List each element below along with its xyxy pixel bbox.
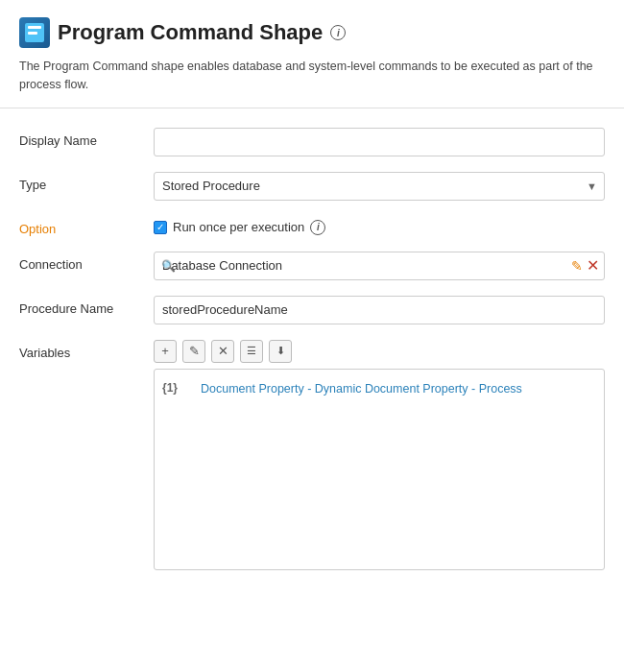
connection-row: Connection 🔍 ✎ ✕ xyxy=(19,252,605,280)
connection-input[interactable] xyxy=(154,252,605,280)
header-info-icon[interactable]: i xyxy=(330,25,346,40)
procedure-name-wrap xyxy=(154,296,605,324)
run-once-label: Run once per execution xyxy=(173,220,304,234)
procedure-name-row: Procedure Name xyxy=(19,296,605,324)
variables-list: {1} Document Property - Dynamic Document… xyxy=(154,369,605,570)
form-section: Display Name Type Stored Procedure Datab… xyxy=(0,108,624,605)
display-name-row: Display Name xyxy=(19,128,605,156)
connection-input-wrap: 🔍 ✎ ✕ xyxy=(154,252,605,280)
connection-clear-icon[interactable]: ✕ xyxy=(587,258,599,274)
variables-label: Variables xyxy=(19,340,154,360)
page-title: Program Command Shape xyxy=(58,20,323,45)
variables-move-up-button[interactable]: ☰ xyxy=(240,340,263,363)
variables-edit-button[interactable]: ✎ xyxy=(182,340,205,363)
search-icon: 🔍 xyxy=(161,259,176,273)
variables-wrap: + ✎ ✕ ☰ ⬇ {1} Document Property - Dynami… xyxy=(154,340,605,570)
connection-wrap: 🔍 ✎ ✕ xyxy=(154,252,605,280)
connection-label: Connection xyxy=(19,252,154,272)
display-name-wrap xyxy=(154,128,605,156)
type-row: Type Stored Procedure Database Statement… xyxy=(19,172,605,201)
connection-actions: ✎ ✕ xyxy=(571,258,599,274)
variables-row: Variables + ✎ ✕ ☰ ⬇ {1} Document Propert… xyxy=(19,340,605,570)
run-once-checkbox[interactable] xyxy=(154,221,167,234)
option-row: Option Run once per execution i xyxy=(19,216,605,236)
header-section: Program Command Shape i The Program Comm… xyxy=(0,0,624,108)
variables-move-down-button[interactable]: ⬇ xyxy=(269,340,292,363)
variables-add-button[interactable]: + xyxy=(154,340,177,363)
procedure-name-input[interactable] xyxy=(154,296,605,324)
display-name-input[interactable] xyxy=(154,128,605,156)
type-select[interactable]: Stored Procedure Database Statement Syst… xyxy=(154,172,605,201)
type-label: Type xyxy=(19,172,154,192)
display-name-label: Display Name xyxy=(19,128,154,148)
header-description: The Program Command shape enables databa… xyxy=(19,58,605,94)
variable-type-badge: {1} xyxy=(162,381,191,395)
option-label: Option xyxy=(19,216,154,236)
type-wrap: Stored Procedure Database Statement Syst… xyxy=(154,172,605,201)
option-info-icon[interactable]: i xyxy=(310,220,325,235)
procedure-name-label: Procedure Name xyxy=(19,296,154,316)
list-item: {1} Document Property - Dynamic Document… xyxy=(162,377,596,402)
title-row: Program Command Shape i xyxy=(19,17,605,48)
variables-delete-button[interactable]: ✕ xyxy=(211,340,234,363)
variable-value: Document Property - Dynamic Document Pro… xyxy=(201,381,522,398)
option-checkbox-row: Run once per execution i xyxy=(154,216,605,235)
type-select-wrap: Stored Procedure Database Statement Syst… xyxy=(154,172,605,201)
app-icon-inner xyxy=(25,23,44,42)
variables-toolbar: + ✎ ✕ ☰ ⬇ xyxy=(154,340,605,363)
connection-edit-icon[interactable]: ✎ xyxy=(571,258,583,274)
option-wrap: Run once per execution i xyxy=(154,216,605,235)
app-icon xyxy=(19,17,50,48)
